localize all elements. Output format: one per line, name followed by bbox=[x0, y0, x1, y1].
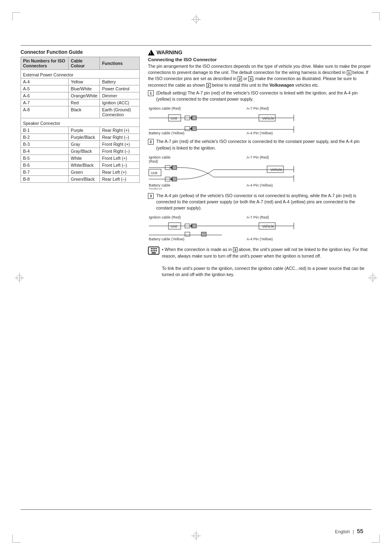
table-row: A-6Orange/WhiteDimmer bbox=[21, 92, 140, 99]
note-text: • When the connection is made as in 3 ab… bbox=[162, 246, 371, 278]
table-row: B-7GreenRear Left (+) bbox=[21, 169, 140, 176]
table-row: A-4YellowBattery bbox=[21, 78, 140, 85]
svg-text:Vehicle: Vehicle bbox=[262, 224, 274, 228]
table-row: B-8Green/BlackRear Left (–) bbox=[21, 176, 140, 183]
corner-bl bbox=[12, 534, 21, 543]
table-row: A-7RedIgnition (ACC) bbox=[21, 99, 140, 106]
colour-cell: Black bbox=[69, 106, 100, 118]
colour-cell: Blue/White bbox=[69, 85, 100, 92]
function-cell: Dimmer bbox=[100, 92, 140, 99]
function-cell: Rear Right (–) bbox=[100, 134, 140, 141]
pin-cell: B-7 bbox=[21, 169, 69, 176]
svg-text:A-4 Pin (Yellow): A-4 Pin (Yellow) bbox=[247, 183, 273, 187]
svg-text:Battery cable (Yellow): Battery cable (Yellow) bbox=[149, 131, 184, 135]
svg-text:Battery cable: Battery cable bbox=[149, 183, 171, 187]
footer-language: English bbox=[335, 529, 350, 534]
svg-text:Unit: Unit bbox=[171, 224, 178, 228]
left-column: Connector Function Guide Pin Numbers for… bbox=[21, 49, 140, 506]
step-1-text: (Default setting) The A-7 pin (red) of t… bbox=[156, 90, 371, 102]
footer: English | 55 bbox=[335, 528, 363, 534]
svg-text:Vehicle: Vehicle bbox=[262, 116, 274, 120]
wiring-diagram-1: Ignition cable (Red) A-7 Pin (Red) Unit … bbox=[148, 106, 371, 135]
svg-text:A-4 Pin (Yellow): A-4 Pin (Yellow) bbox=[247, 237, 273, 241]
pin-cell: B-4 bbox=[21, 148, 69, 155]
corner-tl bbox=[12, 12, 21, 21]
step-2-block: 2 The A-7 pin (red) of the vehicle's ISO… bbox=[148, 138, 371, 151]
svg-text:A-7 Pin (Red): A-7 Pin (Red) bbox=[247, 106, 269, 111]
step-1-num: 1 bbox=[148, 90, 154, 96]
svg-marker-25 bbox=[170, 166, 173, 169]
svg-text:Unit: Unit bbox=[151, 171, 158, 175]
svg-text:Vehicle: Vehicle bbox=[270, 168, 282, 172]
iso-section-title: Connecting the ISO Connector bbox=[148, 57, 371, 62]
step-3-num: 3 bbox=[148, 193, 154, 199]
top-divider bbox=[21, 45, 371, 46]
crosshair-top bbox=[191, 14, 201, 24]
function-cell: Front Left (–) bbox=[100, 162, 140, 169]
function-cell: Front Right (–) bbox=[100, 148, 140, 155]
col-header-pin: Pin Numbers for ISO Connectors bbox=[21, 57, 69, 70]
main-content: Connector Function Guide Pin Numbers for… bbox=[21, 49, 371, 506]
connector-table: Pin Numbers for ISO Connectors Cable Col… bbox=[21, 57, 140, 183]
corner-br bbox=[371, 534, 380, 543]
svg-text:(Red): (Red) bbox=[149, 159, 158, 164]
svg-marker-7 bbox=[190, 116, 192, 120]
table-group-row: External Power Connector bbox=[21, 70, 140, 78]
colour-cell: Gray/Black bbox=[69, 148, 100, 155]
page-number: 55 bbox=[357, 528, 363, 534]
intro-text: The pin arrangement for the ISO connecto… bbox=[148, 63, 371, 88]
svg-text:A-7 Pin (Red): A-7 Pin (Red) bbox=[247, 155, 269, 159]
wiring-diagram-3: Ignition cable (Red) A-7 Pin (Red) Unit … bbox=[148, 214, 371, 242]
svg-text:Ignition cable: Ignition cable bbox=[149, 155, 171, 159]
table-row: B-4Gray/BlackFront Right (–) bbox=[21, 148, 140, 155]
colour-cell: Purple bbox=[69, 127, 100, 134]
svg-rect-11 bbox=[185, 127, 190, 131]
colour-cell: Gray bbox=[69, 141, 100, 148]
function-cell: Ignition (ACC) bbox=[100, 99, 140, 106]
function-cell: Front Left (+) bbox=[100, 155, 140, 162]
colour-cell: Purple/Black bbox=[69, 134, 100, 141]
pin-cell: A-4 bbox=[21, 78, 69, 85]
function-cell: Battery bbox=[100, 78, 140, 85]
function-cell: Rear Left (–) bbox=[100, 176, 140, 183]
note-box: • When the connection is made as in 3 ab… bbox=[148, 246, 371, 278]
warning-header: WARNING bbox=[148, 49, 371, 55]
colour-cell: Green bbox=[69, 169, 100, 176]
wiring-svg-3: Ignition cable (Red) A-7 Pin (Red) Unit … bbox=[148, 214, 300, 242]
left-section-title: Connector Function Guide bbox=[21, 49, 140, 55]
col-header-colour: Cable Colour bbox=[69, 57, 100, 70]
function-cell: Rear Left (+) bbox=[100, 169, 140, 176]
crosshair-bottom bbox=[191, 531, 201, 541]
svg-text:Ignition cable (Red): Ignition cable (Red) bbox=[149, 215, 181, 219]
pin-cell: B-8 bbox=[21, 176, 69, 183]
colour-cell: Yellow bbox=[69, 78, 100, 85]
colour-cell: Red bbox=[69, 99, 100, 106]
right-column: WARNING Connecting the ISO Connector The… bbox=[148, 49, 371, 506]
warning-triangle-icon bbox=[148, 50, 154, 55]
pin-cell: B-1 bbox=[21, 127, 69, 134]
function-cell: Front Right (+) bbox=[100, 141, 140, 148]
step-1-block: 1 (Default setting) The A-7 pin (red) of… bbox=[148, 90, 371, 102]
table-group-row: Speaker Connector bbox=[21, 118, 140, 127]
warning-title: WARNING bbox=[157, 49, 182, 55]
wiring-svg-1: Ignition cable (Red) A-7 Pin (Red) Unit … bbox=[148, 106, 300, 135]
function-cell: Rear Right (+) bbox=[100, 127, 140, 134]
pin-cell: B-6 bbox=[21, 162, 69, 169]
function-cell: Earth (Ground) Connection bbox=[100, 106, 140, 118]
col-header-functions: Functions bbox=[100, 57, 140, 70]
wiring-diagram-2: Ignition cable (Red) A-7 Pin (Red) Unit bbox=[148, 154, 371, 189]
svg-rect-47 bbox=[185, 232, 190, 236]
bottom-divider bbox=[21, 509, 371, 510]
step-2-num: 2 bbox=[148, 139, 154, 145]
colour-cell: Orange/White bbox=[69, 92, 100, 99]
corner-tr bbox=[371, 12, 380, 21]
svg-marker-28 bbox=[170, 177, 173, 181]
pin-cell: B-2 bbox=[21, 134, 69, 141]
colour-cell: White bbox=[69, 155, 100, 162]
function-cell: Power Control bbox=[100, 85, 140, 92]
svg-text:Battery cable (Yellow): Battery cable (Yellow) bbox=[149, 237, 184, 241]
pin-cell: B-3 bbox=[21, 141, 69, 148]
pin-cell: A-6 bbox=[21, 92, 69, 99]
colour-cell: Green/Black bbox=[69, 176, 100, 183]
table-row: B-6White/BlackFront Left (–) bbox=[21, 162, 140, 169]
